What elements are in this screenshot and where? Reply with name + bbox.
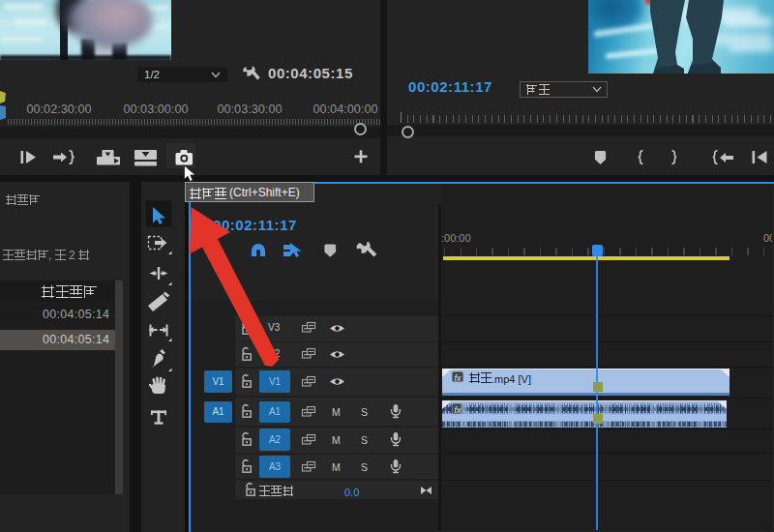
svg-text:S: S <box>361 461 368 473</box>
svg-text:S: S <box>361 434 368 446</box>
svg-text:M: M <box>332 461 341 473</box>
svg-text:M: M <box>332 434 341 446</box>
svg-text:M: M <box>332 406 341 418</box>
svg-text:S: S <box>361 406 368 418</box>
